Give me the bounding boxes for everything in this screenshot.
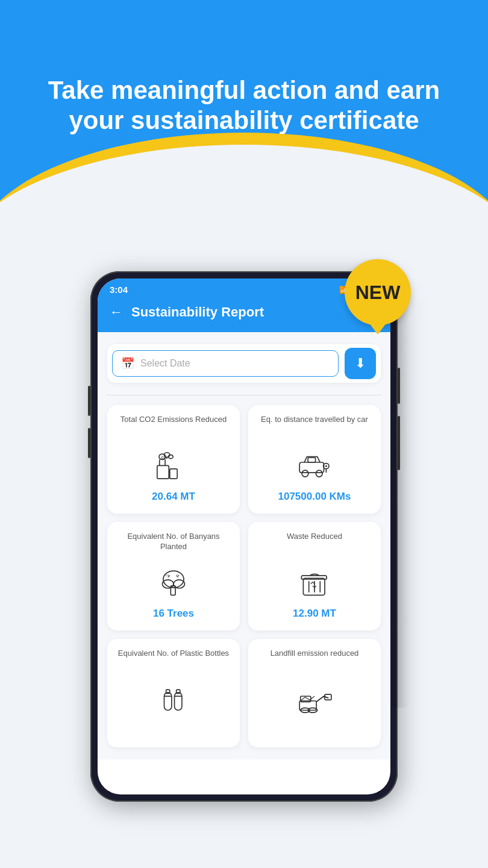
- co2-icon: CO₂: [152, 446, 195, 482]
- svg-text:CO₂: CO₂: [161, 455, 167, 459]
- svg-rect-0: [157, 465, 169, 479]
- hero-title: Take meaningful action and earn your sus…: [48, 75, 440, 136]
- download-button[interactable]: ⬇: [345, 348, 376, 379]
- calendar-icon: 📅: [121, 357, 134, 370]
- phone-button-left2: [88, 428, 90, 458]
- tree-icon: CO₂ O₂: [152, 563, 195, 599]
- distance-value: 107500.00 KMs: [278, 491, 351, 503]
- new-badge-label: NEW: [355, 281, 401, 304]
- plastic-label: Equivalent No. of Plastic Bottles: [118, 649, 229, 670]
- plastic-card: Equivalent No. of Plastic Bottles: [107, 639, 240, 747]
- co2-label: Total CO2 Emissions Reduced: [120, 415, 227, 436]
- content-area: 📅 Select Date ⬇ Total CO2 Emissions Redu…: [98, 332, 390, 760]
- new-badge: NEW: [345, 259, 411, 326]
- svg-rect-28: [175, 692, 182, 709]
- waste-label: Waste Reduced: [287, 532, 342, 553]
- car-icon: [293, 446, 336, 482]
- banyans-card: Equivalent No. of Banyans Planted CO₂: [107, 522, 240, 631]
- phone-shadow: [392, 283, 410, 708]
- date-filter-row: 📅 Select Date ⬇: [107, 344, 381, 383]
- waste-card: Waste Reduced: [248, 522, 381, 631]
- waste-value: 12.90 MT: [293, 608, 336, 620]
- svg-rect-11: [308, 458, 315, 462]
- svg-point-10: [316, 470, 322, 477]
- landfill-label: Landfill emission reduced: [271, 649, 359, 670]
- co2-card: Total CO2 Emissions Reduced: [107, 405, 240, 514]
- stats-grid: Total CO2 Emissions Reduced: [107, 405, 381, 747]
- landfill-card: Landfill emission reduced: [248, 639, 381, 747]
- svg-rect-1: [170, 468, 177, 478]
- banyans-label: Equivalent No. of Banyans Planted: [114, 532, 233, 553]
- svg-point-13: [325, 465, 327, 467]
- section-divider: [107, 395, 381, 395]
- plastic-icon: [152, 680, 195, 716]
- app-header-title: Sustainability Report: [131, 304, 264, 320]
- waste-icon: [293, 563, 336, 599]
- download-icon: ⬇: [355, 356, 366, 371]
- banyans-value: 16 Trees: [153, 608, 194, 620]
- distance-card: Eq. to distance travelled by car: [248, 405, 381, 514]
- svg-point-9: [302, 470, 308, 477]
- status-time: 3:04: [110, 285, 128, 295]
- phone-button-left1: [88, 386, 90, 416]
- hero-section: Take meaningful action and earn your sus…: [0, 0, 488, 253]
- back-button[interactable]: ←: [110, 304, 123, 320]
- svg-rect-25: [164, 692, 172, 709]
- phone-section: NEW 3:04 📶 ▐▐▐ ▮▮ ← Sustainability Repor…: [0, 253, 488, 802]
- landfill-icon: [293, 680, 336, 716]
- phone-screen: 3:04 📶 ▐▐▐ ▮▮ ← Sustainability Report 📅: [98, 278, 390, 794]
- co2-value: 20.64 MT: [152, 491, 195, 503]
- date-placeholder-text: Select Date: [140, 358, 190, 369]
- date-input[interactable]: 📅 Select Date: [112, 350, 339, 377]
- distance-label: Eq. to distance travelled by car: [261, 415, 368, 436]
- phone-frame: 3:04 📶 ▐▐▐ ▮▮ ← Sustainability Report 📅: [90, 271, 398, 802]
